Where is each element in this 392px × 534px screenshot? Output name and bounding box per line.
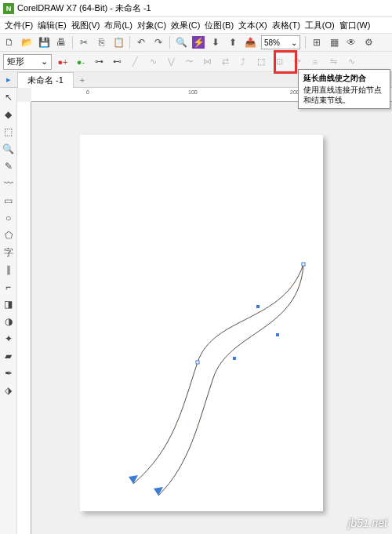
menu-layout[interactable]: 布局(L) [104, 20, 132, 31]
freehand-tool-icon[interactable]: ✎ [2, 160, 15, 173]
snap-icon[interactable]: ⊞ [310, 36, 323, 49]
publish-icon[interactable]: 📤 [244, 36, 256, 49]
extract-icon[interactable]: ⤴ [236, 55, 250, 69]
undo-icon[interactable]: ↶ [135, 36, 147, 49]
drawing-page[interactable] [80, 135, 323, 511]
ruler-tick-label: 0 [86, 89, 89, 95]
menu-window[interactable]: 窗口(W) [339, 20, 371, 31]
open-icon[interactable]: 📂 [20, 36, 33, 49]
join-nodes-icon[interactable]: ⊶ [92, 55, 106, 69]
separator-icon [169, 36, 170, 49]
crop-tool-icon[interactable]: ⬚ [2, 125, 15, 138]
reflect-h-icon[interactable]: ⇋ [326, 55, 340, 69]
align-icon[interactable]: ≡ [308, 55, 322, 69]
menu-object[interactable]: 对象(C) [137, 20, 166, 31]
artistic-tool-icon[interactable]: 〰 [2, 177, 15, 190]
zoom-tool-icon[interactable]: 🔍 [2, 143, 15, 155]
menu-text[interactable]: 文本(X) [238, 20, 267, 31]
menu-effects[interactable]: 效果(C) [171, 20, 200, 31]
menu-bitmap[interactable]: 位图(B) [205, 20, 234, 31]
to-line-icon[interactable]: ╱ [128, 55, 142, 69]
window-title: CorelDRAW X7 (64-Bit) - 未命名 -1 [17, 2, 151, 14]
tooltip-title: 延长曲线使之闭合 [303, 73, 385, 83]
svg-rect-6 [276, 333, 279, 336]
chevron-down-icon: ⌄ [291, 38, 297, 47]
to-curve-icon[interactable]: ∿ [146, 55, 160, 69]
ruler-vertical[interactable] [17, 102, 31, 534]
cut-icon[interactable]: ✂ [78, 36, 90, 49]
extend-curve-close-icon[interactable]: ⬚ [254, 55, 268, 69]
svg-marker-0 [129, 475, 138, 484]
eyedropper-tool-icon[interactable]: ✦ [2, 332, 15, 345]
export-icon[interactable]: ⬆ [227, 36, 239, 49]
watermark: jb51.net [348, 517, 387, 529]
ruler-tick-label: 100 [188, 89, 198, 95]
separator-icon [305, 36, 306, 49]
shape-tool-icon[interactable]: ◆ [2, 108, 15, 121]
shape-label: 矩形 [7, 56, 24, 67]
copy-icon[interactable]: ⎘ [95, 36, 107, 49]
svg-marker-1 [154, 487, 163, 496]
svg-rect-4 [233, 357, 236, 360]
smooth-node-icon[interactable]: 〜 [182, 55, 196, 69]
interactive-tool-icon[interactable]: ⬗ [2, 384, 15, 397]
titlebar: N CorelDRAW X7 (64-Bit) - 未命名 -1 [0, 0, 392, 17]
separator-icon [129, 36, 130, 49]
add-tab-button[interactable]: + [75, 74, 89, 86]
zoom-level-input[interactable]: 58% ⌄ [261, 35, 300, 49]
cusp-node-icon[interactable]: ⋁ [164, 55, 178, 69]
main-toolbar: 🗋 📂 💾 🖶 ✂ ⎘ 📋 ↶ ↷ 🔍 ⚡ ⬇ ⬆ 📤 58% ⌄ ⊞ ▦ 👁 … [0, 33, 392, 52]
node-shape-dropdown[interactable]: 矩形 ⌄ [3, 54, 52, 70]
effects-icon[interactable]: ⚡ [192, 36, 205, 49]
rectangle-tool-icon[interactable]: ▭ [2, 194, 15, 207]
menu-edit[interactable]: 编辑(E) [38, 20, 67, 31]
app-logo-icon: N [3, 3, 14, 14]
pick-tool-icon[interactable]: ↖ [2, 91, 15, 104]
svg-rect-2 [302, 263, 305, 266]
search-icon[interactable]: 🔍 [175, 36, 187, 49]
new-icon[interactable]: 🗋 [3, 36, 16, 49]
add-node-icon[interactable]: ●+ [56, 55, 70, 69]
parallel-tool-icon[interactable]: ∥ [2, 263, 15, 276]
tutorial-highlight-icon [274, 50, 297, 74]
elastic-icon[interactable]: ∿ [344, 55, 358, 69]
grid-icon[interactable]: ▦ [328, 36, 340, 49]
canvas-area[interactable]: 0 100 200 [17, 88, 392, 534]
toolbox: ↖ ◆ ⬚ 🔍 ✎ 〰 ▭ ○ ⬠ 字 ∥ ⌐ ◨ ◑ ✦ ▰ ✒ ⬗ [0, 88, 17, 534]
svg-rect-5 [196, 361, 199, 364]
svg-rect-3 [256, 305, 260, 308]
preview-icon[interactable]: 👁 [345, 36, 358, 49]
connector-tool-icon[interactable]: ⌐ [2, 281, 15, 293]
save-icon[interactable]: 💾 [38, 36, 50, 49]
ellipse-tool-icon[interactable]: ○ [2, 212, 15, 224]
break-node-icon[interactable]: ⊷ [110, 55, 124, 69]
polygon-tool-icon[interactable]: ⬠ [2, 229, 15, 242]
text-tool-icon[interactable]: 字 [2, 246, 15, 259]
print-icon[interactable]: 🖶 [55, 36, 67, 49]
import-icon[interactable]: ⬇ [209, 36, 222, 49]
redo-icon[interactable]: ↷ [152, 36, 165, 49]
transparency-tool-icon[interactable]: ◑ [2, 315, 15, 328]
dropshadow-tool-icon[interactable]: ◨ [2, 298, 15, 311]
workspace: ↖ ◆ ⬚ 🔍 ✎ 〰 ▭ ○ ⬠ 字 ∥ ⌐ ◨ ◑ ✦ ▰ ✒ ⬗ 0 10… [0, 88, 392, 534]
chevron-down-icon: ⌄ [41, 56, 48, 67]
menu-table[interactable]: 表格(T) [272, 20, 300, 31]
symmetric-node-icon[interactable]: ⋈ [200, 55, 214, 69]
separator-icon [72, 36, 73, 49]
menu-view[interactable]: 视图(V) [71, 20, 100, 31]
curve-artwork [80, 135, 323, 511]
tooltip: 延长曲线使之闭合 使用直线连接开始节点和结束节线。 [298, 69, 390, 109]
tooltip-body: 使用直线连接开始节点和结束节线。 [303, 85, 385, 105]
menu-tools[interactable]: 工具(O) [305, 20, 335, 31]
document-tab-active[interactable]: 未命名 -1 [17, 72, 74, 88]
menu-file[interactable]: 文件(F) [5, 20, 33, 31]
menubar: 文件(F) 编辑(E) 视图(V) 布局(L) 对象(C) 效果(C) 位图(B… [0, 17, 392, 33]
paste-icon[interactable]: 📋 [112, 36, 125, 49]
fill-tool-icon[interactable]: ▰ [2, 350, 15, 362]
options-icon[interactable]: ⚙ [362, 36, 375, 49]
outline-tool-icon[interactable]: ✒ [2, 367, 15, 380]
delete-node-icon[interactable]: ●- [74, 55, 88, 69]
reverse-icon[interactable]: ⇄ [218, 55, 232, 69]
tab-scroll-left-icon[interactable]: ▸ [2, 74, 16, 85]
zoom-value: 58% [264, 38, 280, 47]
